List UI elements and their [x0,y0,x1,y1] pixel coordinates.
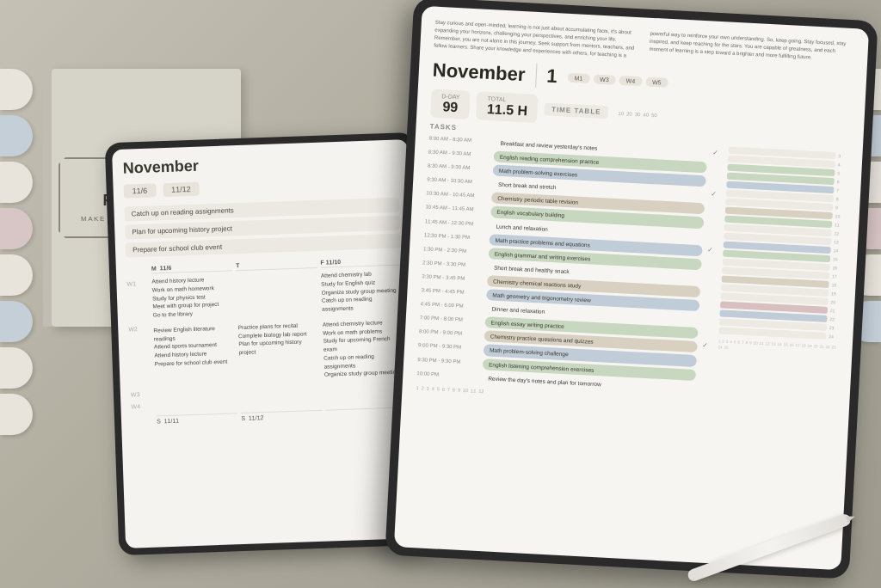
tt-b-21: 21 [819,345,823,349]
tt-b-15: 15 [783,342,787,346]
page-num-11[interactable]: 11 [471,388,476,393]
check-0: ✓ [712,149,721,157]
page-num-9[interactable]: 9 [458,387,460,392]
ipad-left-content: November 11/6 11/12 Catch up on reading … [112,139,417,436]
ipad-left: November 11/6 11/12 Catch up on reading … [105,132,429,555]
w1-col3: Attend chemistry labStudy for English qu… [321,268,404,313]
week-w1: W1 [126,278,150,321]
dday-value: 99 [440,99,459,115]
tt-b-3: 3 [726,340,729,344]
week-w2: W2 [128,322,152,385]
time-7: 12:30 PM - 1:30 PM [424,230,484,242]
day-pill-1[interactable]: M1 [567,72,589,83]
day-pill-4[interactable]: W5 [645,77,668,87]
tt-b-8: 8 [745,340,748,345]
bottom-s1: S 11/11 [157,413,238,424]
tt-b-22: 22 [825,345,829,349]
check-9 [706,273,715,273]
tab-3 [0,162,33,203]
time-11: 3:45 PM - 4:45 PM [421,285,481,297]
check-2 [712,176,720,177]
time-16: 9:30 PM - 9:30 PM [417,355,477,366]
page-num-8[interactable]: 8 [453,387,455,392]
total-value: 11.5 H [486,101,527,119]
day-pill-2[interactable]: W3 [593,74,616,84]
ir-timetable-col: 3 4 5 6 [715,138,849,413]
ir-day: 1 [546,65,558,89]
time-8: 1:30 PM - 2:30 PM [423,244,484,255]
ipad-right: Stay curious and open-minded; learning i… [385,0,878,579]
tt-b-7: 7 [742,340,744,345]
tt-num-10: 10 [618,110,624,115]
divider-1 [535,64,537,88]
dday-box: D-DAY 99 [430,89,471,119]
time-13: 7:00 PM - 8:00 PM [420,313,480,324]
page-num-5[interactable]: 5 [437,386,440,391]
ir-month: November [432,59,526,87]
ipad-right-screen: Stay curious and open-minded; learning i… [394,6,869,570]
grid-col-t: T [236,260,317,271]
left-ipad-month: November [122,150,398,178]
time-10: 3:30 PM - 3:45 PM [422,272,482,283]
w2-col2: Practice plans for recitalComplete biolo… [237,321,321,383]
check-4 [710,204,718,205]
page-num-10[interactable]: 10 [463,388,468,393]
tt-b-17: 17 [795,343,799,347]
tt-b-14: 14 [777,342,781,346]
page-num-7[interactable]: 7 [447,387,450,392]
time-14: 8:00 PM - 9:00 PM [419,327,479,338]
w2-col3: Attend chemistry lectureWork on math pro… [323,317,406,379]
tt-bottom-nums: 1 2 3 4 5 6 7 8 9 10 11 12 13 [718,339,838,355]
time-6: 11:45 AM - 12:30 PM [425,217,485,228]
time-12: 4:45 PM - 6:00 PM [420,299,480,310]
week-btn-2[interactable]: 11/12 [163,182,200,197]
tt-b-12: 12 [765,341,769,346]
tt-num-50: 50 [651,112,657,117]
tt-b-18: 18 [801,343,805,347]
time-3: 9:30 AM - 10:30 AM [427,175,487,187]
check-11 [705,301,713,302]
page-num-2[interactable]: 2 [421,385,423,390]
ir-tasks-col: TASKS 8:00 AM - 8:30 AM Breakfast and re… [416,122,722,405]
week-btn-1[interactable]: 11/6 [123,183,156,198]
tt-b-19: 19 [807,344,811,348]
check-14: ✓ [702,342,711,351]
w1-col2 [236,272,318,316]
tt-b-23: 23 [831,345,835,349]
page-num-12[interactable]: 12 [478,389,484,394]
timetable-bars: 3 4 5 6 [718,147,848,356]
check-15 [702,356,711,357]
tab-4 [0,208,33,249]
tt-b-24: 24 [718,345,722,349]
page-num-1[interactable]: 1 [416,385,418,390]
page-num-6[interactable]: 6 [442,386,445,391]
tab-7 [0,347,33,389]
tt-b-9: 9 [749,340,752,345]
w3-col2 [240,383,322,394]
time-9: 2:30 PM - 3:30 PM [422,258,483,269]
grid-empty [126,266,148,275]
ir-main-grid: TASKS 8:00 AM - 8:30 AM Breakfast and re… [416,122,849,412]
tt-b-11: 11 [759,341,763,346]
week-w4: W4 [131,401,152,410]
tt-num-20: 20 [626,111,632,116]
page-num-4[interactable]: 4 [432,386,434,391]
ipad-left-screen: November 11/6 11/12 Catch up on reading … [112,139,422,548]
check-17 [700,383,709,384]
w4-col1 [156,397,237,408]
check-7: ✓ [707,245,716,254]
day-pill-3[interactable]: W4 [619,75,642,85]
check-5 [709,217,718,218]
check-1 [712,162,721,163]
check-10 [705,286,714,287]
tt-b-4: 4 [730,340,732,344]
check-8 [707,259,716,260]
check-12 [705,315,713,315]
check-6 [709,231,718,232]
total-box: TOTAL 11.5 H [476,91,539,123]
w1-col1: Attend history lectureWork on math homew… [151,274,234,319]
page-num-3[interactable]: 3 [427,385,429,390]
time-0: 8:00 AM - 8:30 AM [429,133,490,144]
tt-b-16: 16 [789,343,793,347]
timetable-nums: 10 20 30 40 50 [618,110,657,117]
